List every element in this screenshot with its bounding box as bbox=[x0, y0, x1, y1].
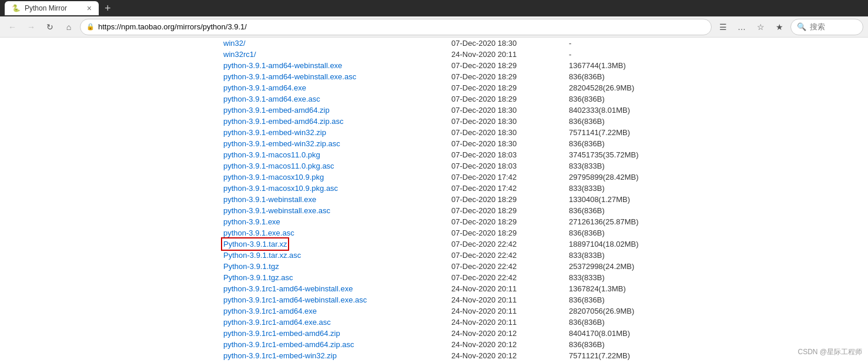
file-link[interactable]: python-3.9.1rc1-embed-amd64.zip bbox=[223, 329, 340, 338]
table-row: python-3.9.1-embed-amd64.zip.asc07-Dec-2… bbox=[223, 116, 868, 127]
file-link[interactable]: win32rc1/ bbox=[223, 50, 256, 59]
file-date: 07-Dec-2020 18:30 bbox=[447, 116, 564, 127]
file-size: 833(833B) bbox=[564, 160, 868, 172]
file-size: 833(833B) bbox=[564, 183, 868, 194]
content-area: win32/07-Dec-2020 18:30-win32rc1/24-Nov-… bbox=[0, 38, 868, 363]
address-text: https://npm.taobao.org/mirrors/python/3.… bbox=[98, 22, 705, 31]
file-link[interactable]: Python-3.9.1.tar.xz.asc bbox=[223, 251, 301, 260]
file-size: 836(836B) bbox=[564, 71, 868, 82]
file-size: 28207056(26.9MB) bbox=[564, 305, 868, 317]
file-date: 07-Dec-2020 18:30 bbox=[447, 127, 564, 138]
file-date: 07-Dec-2020 18:29 bbox=[447, 71, 564, 82]
file-link[interactable]: python-3.9.1-webinstall.exe.asc bbox=[223, 206, 330, 215]
file-date: 07-Dec-2020 18:30 bbox=[447, 38, 564, 49]
file-date: 07-Dec-2020 18:29 bbox=[447, 194, 564, 205]
new-tab-button[interactable]: + bbox=[101, 1, 115, 16]
file-date: 07-Dec-2020 18:30 bbox=[447, 105, 564, 116]
file-link[interactable]: python-3.9.1rc1-amd64-webinstall.exe.asc bbox=[223, 295, 367, 304]
file-size: 7571141(7.22MB) bbox=[564, 127, 868, 138]
table-row: python-3.9.1rc1-amd64-webinstall.exe.asc… bbox=[223, 294, 868, 305]
table-row: python-3.9.1rc1-amd64-webinstall.exe24-N… bbox=[223, 283, 868, 294]
file-date: 24-Nov-2020 20:11 bbox=[447, 49, 564, 60]
file-link[interactable]: python-3.9.1rc1-embed-win32.zip bbox=[223, 351, 337, 360]
table-row: python-3.9.1.exe.asc07-Dec-2020 18:29836… bbox=[223, 227, 868, 238]
file-link[interactable]: Python-3.9.1.tgz.asc bbox=[223, 273, 293, 282]
table-row: Python-3.9.1.tar.xz.asc07-Dec-2020 22:42… bbox=[223, 250, 868, 261]
file-date: 07-Dec-2020 18:03 bbox=[447, 160, 564, 172]
file-date: 07-Dec-2020 18:29 bbox=[447, 82, 564, 93]
reader-view-icon[interactable]: ☰ bbox=[715, 19, 730, 35]
file-date: 07-Dec-2020 17:42 bbox=[447, 172, 564, 183]
file-link[interactable]: python-3.9.1rc1-amd64-webinstall.exe bbox=[223, 284, 353, 293]
table-row: python-3.9.1rc1-amd64.exe24-Nov-2020 20:… bbox=[223, 305, 868, 317]
address-bar[interactable]: 🔒 https://npm.taobao.org/mirrors/python/… bbox=[80, 19, 712, 35]
table-row: python-3.9.1rc1-embed-amd64.zip24-Nov-20… bbox=[223, 328, 868, 339]
file-link[interactable]: win32/ bbox=[223, 39, 246, 48]
forward-button[interactable]: → bbox=[24, 19, 39, 35]
file-date: 24-Nov-2020 20:12 bbox=[447, 350, 564, 361]
file-date: 07-Dec-2020 22:42 bbox=[447, 261, 564, 272]
file-link[interactable]: python-3.9.1rc1-embed-amd64.zip.asc bbox=[223, 340, 354, 349]
search-box[interactable]: 🔍 bbox=[790, 19, 863, 35]
bookmark-icon[interactable]: ☆ bbox=[753, 19, 768, 35]
file-date: 24-Nov-2020 20:11 bbox=[447, 305, 564, 317]
table-row: python-3.9.1-amd64.exe.asc07-Dec-2020 18… bbox=[223, 93, 868, 105]
table-row: python-3.9.1-macosx10.9.pkg.asc07-Dec-20… bbox=[223, 183, 868, 194]
file-link[interactable]: python-3.9.1-embed-amd64.zip bbox=[223, 106, 330, 115]
file-date: 07-Dec-2020 18:29 bbox=[447, 216, 564, 227]
table-row: python-3.9.1-webinstall.exe07-Dec-2020 1… bbox=[223, 194, 868, 205]
table-row: python-3.9.1-embed-win32.zip07-Dec-2020 … bbox=[223, 127, 868, 138]
file-size: 28204528(26.9MB) bbox=[564, 82, 868, 93]
file-date: 07-Dec-2020 18:29 bbox=[447, 60, 564, 71]
file-link[interactable]: python-3.9.1rc1-amd64.exe.asc bbox=[223, 318, 331, 327]
file-link[interactable]: python-3.9.1-amd64-webinstall.exe bbox=[223, 61, 342, 70]
file-link[interactable]: python-3.9.1.exe.asc bbox=[223, 228, 294, 237]
file-date: 07-Dec-2020 18:29 bbox=[447, 227, 564, 238]
table-row: python-3.9.1-embed-amd64.zip07-Dec-2020 … bbox=[223, 105, 868, 116]
file-link[interactable]: Python-3.9.1.tgz bbox=[223, 262, 279, 271]
file-date: 07-Dec-2020 17:42 bbox=[447, 183, 564, 194]
table-row: python-3.9.1-macos11.0.pkg.asc07-Dec-202… bbox=[223, 160, 868, 172]
file-link[interactable]: python-3.9.1rc1-amd64.exe bbox=[223, 307, 317, 315]
file-link[interactable]: python-3.9.1-macos11.0.pkg.asc bbox=[223, 162, 334, 170]
star-icon[interactable]: ★ bbox=[772, 19, 787, 35]
file-link[interactable]: python-3.9.1-amd64.exe.asc bbox=[223, 95, 320, 103]
file-link[interactable]: python-3.9.1-amd64-webinstall.exe.asc bbox=[223, 72, 356, 81]
file-link[interactable]: python-3.9.1-webinstall.exe bbox=[223, 195, 316, 204]
file-link[interactable]: python-3.9.1-amd64.exe bbox=[223, 83, 306, 92]
file-link[interactable]: python-3.9.1-macos11.0.pkg bbox=[223, 150, 320, 159]
file-link[interactable]: python-3.9.1-embed-win32.zip bbox=[223, 128, 326, 137]
file-link[interactable]: python-3.9.1.exe bbox=[223, 217, 280, 226]
file-size: 37451735(35.72MB) bbox=[564, 149, 868, 160]
file-date: 24-Nov-2020 20:11 bbox=[447, 294, 564, 305]
file-size: 836(836B) bbox=[564, 227, 868, 238]
file-link[interactable]: python-3.9.1-macosx10.9.pkg bbox=[223, 173, 324, 182]
tab-favicon: 🐍 bbox=[12, 4, 20, 12]
home-button[interactable]: ⌂ bbox=[61, 19, 76, 35]
file-link[interactable]: Python-3.9.1.tar.xz bbox=[223, 240, 287, 248]
table-row: Python-3.9.1.tar.xz07-Dec-2020 22:421889… bbox=[223, 238, 868, 250]
file-link[interactable]: python-3.9.1-embed-win32.zip.asc bbox=[223, 139, 340, 148]
file-size: 1330408(1.27MB) bbox=[564, 194, 868, 205]
search-input[interactable] bbox=[810, 22, 857, 31]
tab-title: Python Mirror bbox=[25, 4, 67, 12]
file-size: 25372998(24.2MB) bbox=[564, 261, 868, 272]
more-options-icon[interactable]: … bbox=[734, 19, 749, 35]
file-size: 833(833B) bbox=[564, 272, 868, 283]
file-date: 07-Dec-2020 18:30 bbox=[447, 138, 564, 149]
file-date: 07-Dec-2020 18:03 bbox=[447, 149, 564, 160]
file-size: 18897104(18.02MB) bbox=[564, 238, 868, 250]
table-row: Python-3.9.1.tgz.asc07-Dec-2020 22:42833… bbox=[223, 272, 868, 283]
file-date: 07-Dec-2020 22:42 bbox=[447, 250, 564, 261]
file-link[interactable]: python-3.9.1-macosx10.9.pkg.asc bbox=[223, 184, 338, 193]
file-size: 836(836B) bbox=[564, 294, 868, 305]
active-tab[interactable]: 🐍 Python Mirror × bbox=[5, 1, 99, 15]
back-button[interactable]: ← bbox=[5, 19, 20, 35]
table-row: python-3.9.1-amd64.exe07-Dec-2020 18:292… bbox=[223, 82, 868, 93]
tab-close-button[interactable]: × bbox=[87, 4, 92, 13]
file-size: - bbox=[564, 49, 868, 60]
file-date: 24-Nov-2020 20:12 bbox=[447, 339, 564, 350]
reload-button[interactable]: ↻ bbox=[42, 19, 58, 35]
file-date: 07-Dec-2020 22:42 bbox=[447, 272, 564, 283]
file-link[interactable]: python-3.9.1-embed-amd64.zip.asc bbox=[223, 117, 344, 126]
